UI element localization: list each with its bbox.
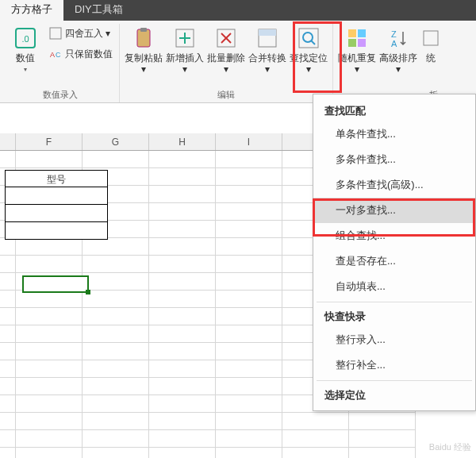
cell[interactable] (149, 448, 216, 458)
cell[interactable] (16, 395, 83, 413)
cell[interactable] (16, 430, 83, 448)
cell[interactable] (16, 343, 83, 360)
cell[interactable] (149, 360, 216, 378)
cell[interactable] (16, 151, 83, 168)
cell[interactable] (149, 430, 216, 448)
cell[interactable] (149, 168, 216, 186)
cell[interactable] (16, 448, 83, 458)
advanced-sort-button[interactable]: ZA 高级排序 ▾ (378, 24, 419, 86)
merge-convert-button[interactable]: 合并转换 ▾ (247, 24, 288, 86)
cell[interactable] (16, 325, 83, 343)
cell[interactable] (149, 273, 216, 291)
cell[interactable] (83, 395, 149, 413)
cell[interactable] (83, 238, 149, 256)
cell[interactable] (149, 151, 216, 168)
cell[interactable] (216, 186, 282, 203)
cell[interactable] (216, 168, 282, 186)
insert-button[interactable]: 新增插入 ▾ (164, 24, 205, 86)
cell[interactable] (83, 448, 149, 458)
stats-button[interactable]: 统 (419, 24, 443, 86)
col-head[interactable]: F (16, 133, 83, 150)
cell[interactable] (149, 308, 216, 325)
cell[interactable] (16, 256, 83, 273)
cell[interactable] (149, 395, 216, 413)
cell[interactable] (16, 360, 83, 378)
copy-paste-button[interactable]: 复制粘贴 ▾ (123, 24, 164, 86)
cell[interactable] (149, 221, 216, 238)
cell[interactable] (16, 413, 83, 430)
find-locate-button[interactable]: 查找定位 ▾ (288, 24, 329, 86)
cell[interactable] (83, 413, 149, 430)
cell[interactable] (216, 256, 282, 273)
cell[interactable] (216, 395, 282, 413)
cell[interactable] (83, 430, 149, 448)
cell[interactable] (216, 273, 282, 291)
cell[interactable] (216, 413, 282, 430)
cell[interactable] (83, 378, 149, 395)
numeric-button[interactable]: .0 数值 ▾ (5, 24, 46, 86)
cell[interactable] (149, 378, 216, 395)
keep-numeric-button[interactable]: AC 只保留数值 (49, 46, 113, 62)
cell[interactable] (216, 238, 282, 256)
cell[interactable] (149, 203, 216, 221)
menu-item-multi-find[interactable]: 多条件查找... (313, 147, 475, 172)
cell[interactable] (282, 448, 349, 458)
cell[interactable] (16, 378, 83, 395)
table-row[interactable] (5, 205, 108, 222)
cell[interactable] (216, 448, 282, 458)
col-head[interactable]: G (83, 133, 149, 150)
col-head[interactable]: H (149, 133, 216, 150)
cell[interactable] (83, 325, 149, 343)
cell[interactable] (216, 360, 282, 378)
cell[interactable] (216, 291, 282, 308)
menu-item-combo-find[interactable]: 组合查找... (313, 223, 475, 248)
cell[interactable] (349, 413, 416, 430)
table-row[interactable] (5, 222, 108, 240)
cell[interactable] (149, 325, 216, 343)
menu-item-check-exist[interactable]: 查是否存在... (313, 248, 475, 274)
cell[interactable] (83, 308, 149, 325)
menu-item-auto-fill[interactable]: 自动填表... (313, 274, 475, 299)
col-head[interactable]: I (216, 133, 282, 150)
cell[interactable] (216, 203, 282, 221)
cell[interactable] (149, 186, 216, 203)
cell[interactable] (216, 151, 282, 168)
cell[interactable] (83, 360, 149, 378)
cell[interactable] (216, 325, 282, 343)
cell[interactable] (216, 308, 282, 325)
cell[interactable] (216, 343, 282, 360)
tab-fangfang[interactable]: 方方格子 (0, 0, 63, 21)
batch-delete-button[interactable]: 批量删除 ▾ (205, 24, 247, 86)
cell[interactable] (83, 273, 149, 291)
round-button[interactable]: 四舍五入 ▾ (49, 25, 113, 41)
table-header-cell[interactable]: 型号 (5, 170, 108, 187)
table-row[interactable] (5, 187, 108, 205)
cell[interactable] (216, 378, 282, 395)
cell[interactable] (16, 291, 83, 308)
cell[interactable] (16, 238, 83, 256)
random-repeat-button[interactable]: 随机重复 ▾ (336, 24, 378, 86)
cell[interactable] (149, 343, 216, 360)
cell[interactable] (149, 413, 216, 430)
cell[interactable] (83, 343, 149, 360)
menu-item-multi-find-adv[interactable]: 多条件查找(高级)... (313, 172, 475, 198)
menu-item-row-complete[interactable]: 整行补全... (313, 352, 475, 378)
cell[interactable] (16, 308, 83, 325)
cell[interactable] (282, 430, 349, 448)
cell[interactable] (349, 448, 416, 458)
cell[interactable] (83, 256, 149, 273)
menu-item-one-to-many[interactable]: 一对多查找... (313, 198, 475, 223)
cell[interactable] (149, 256, 216, 273)
cell[interactable] (149, 238, 216, 256)
menu-item-single-find[interactable]: 单条件查找... (313, 121, 475, 147)
cell[interactable] (282, 413, 349, 430)
cell[interactable] (216, 221, 282, 238)
menu-item-row-entry[interactable]: 整行录入... (313, 327, 475, 352)
cell[interactable] (349, 430, 416, 448)
tab-diy[interactable]: DIY工具箱 (63, 0, 134, 21)
cell[interactable] (83, 291, 149, 308)
selected-cell[interactable] (22, 275, 89, 293)
cell[interactable] (216, 430, 282, 448)
cell[interactable] (149, 291, 216, 308)
cell[interactable] (83, 151, 149, 168)
